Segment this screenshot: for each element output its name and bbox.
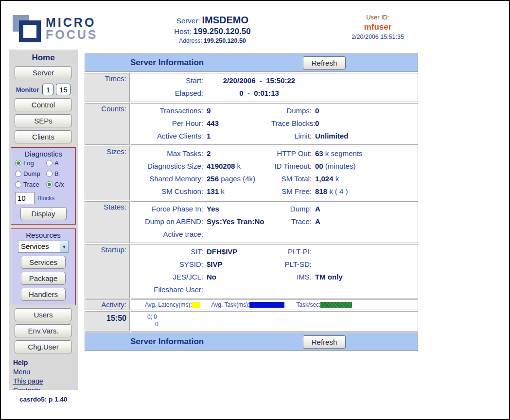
limit-label: Limit: — [271, 130, 312, 142]
radio-a[interactable]: A — [46, 159, 71, 167]
counts-label: Counts: — [85, 103, 130, 145]
chevron-down-icon[interactable]: ▼ — [60, 241, 68, 252]
help-block: Help Menu This page Contents — [13, 358, 78, 390]
app-window: MICRO FOCUS Server: IMSDEMO Host: 199.25… — [0, 0, 510, 420]
task-per-sec-bar — [320, 302, 352, 308]
micro-focus-logo-icon — [13, 14, 41, 43]
task-legend-bar — [249, 302, 284, 308]
diagnostics-panel: Diagnostics Log A Dump B Trace C/x Block… — [11, 147, 76, 225]
states-label: States: — [85, 201, 130, 243]
monitor-count-input[interactable] — [56, 84, 70, 95]
avg-task-label: Avg. Task(ms): — [211, 301, 249, 308]
max-tasks-value: 2 — [203, 147, 271, 160]
elapsed-label: Elapsed: — [131, 87, 203, 100]
envvars-button[interactable]: Env.Vars. — [15, 324, 72, 337]
http-out-value: 63 k segments — [312, 147, 418, 160]
force-phase-in-label: Force Phase In: — [131, 203, 203, 215]
radio-dump-icon[interactable] — [15, 171, 21, 177]
server-identity: Server: IMSDEMO Host: 199.250.120.50 Add… — [149, 15, 276, 44]
avg-latency-label: Avg. Latency(ms): — [145, 301, 192, 308]
version-text: casrdo5: p 1.40 — [19, 396, 67, 403]
page-title: Server Information — [130, 58, 204, 68]
help-link-menu[interactable]: Menu — [13, 368, 78, 377]
address-value: 199.250.120.50 — [204, 37, 246, 44]
resources-dropdown[interactable]: Services ▼ — [18, 241, 69, 253]
logo-word-focus: FOCUS — [46, 29, 98, 41]
seps-button[interactable]: SEPs — [15, 114, 72, 127]
control-button[interactable]: Control — [15, 98, 72, 111]
trace-blocks-label: Trace Blocks: — [271, 117, 312, 130]
activity-history-row: 15:50 0; 0 0 — [85, 311, 418, 332]
chguser-button[interactable]: Chg.User — [15, 340, 72, 353]
bottom-page-title: Server Information — [130, 337, 204, 347]
sm-free-label: SM Free: — [271, 185, 312, 198]
radio-b[interactable]: B — [46, 170, 71, 177]
sm-total-label: SM Total: — [271, 173, 312, 185]
active-clients-value: 1 — [203, 130, 271, 142]
http-out-label: HTTP Out: — [271, 147, 312, 160]
services-button[interactable]: Services — [21, 256, 66, 269]
id-timeout-value: 00 (minutes) — [312, 160, 418, 173]
dumps-value: 0 — [312, 105, 418, 117]
session-timestamp: 2/20/2006 15:51:35 — [332, 34, 424, 40]
monitor-interval-input[interactable] — [42, 84, 53, 95]
jes-jcl-value: No — [203, 271, 271, 283]
clients-button[interactable]: Clients — [15, 130, 72, 143]
radio-b-icon[interactable] — [46, 171, 53, 177]
id-timeout-label: ID Timeout: — [271, 160, 312, 173]
radio-log-icon[interactable] — [15, 160, 21, 166]
handlers-button[interactable]: Handlers — [21, 288, 66, 301]
trace-blocks-value: 0 — [312, 117, 418, 130]
blocks-input[interactable] — [15, 192, 35, 204]
server-label: Server: — [176, 17, 200, 25]
diagnostics-size-value: 4190208 k — [203, 160, 271, 173]
force-phase-in-value: Yes — [203, 203, 271, 215]
dump-state-value: A — [312, 203, 418, 215]
times-label: Times: — [85, 73, 130, 102]
display-button[interactable]: Display — [20, 207, 67, 220]
sm-free-value: 818 k ( 4 ) — [312, 185, 418, 198]
start-value: 2/20/2006 - 15:50:22 — [203, 74, 315, 87]
logo-word-micro: MICRO — [46, 17, 98, 29]
per-hour-value: 443 — [203, 117, 271, 130]
server-button[interactable]: Server — [15, 66, 72, 79]
radio-dump[interactable]: Dump — [15, 170, 46, 177]
sit-value: DFH$IVP — [203, 245, 271, 258]
per-hour-label: Per Hour: — [131, 117, 203, 130]
max-tasks-label: Max Tasks: — [131, 147, 203, 160]
startup-section: Startup: SIT: DFH$IVP PLT-PI: SYSID: $IV… — [85, 244, 418, 298]
sysid-value: $IVP — [203, 258, 271, 271]
plt-pi-value — [312, 245, 418, 258]
host-value: 199.250.120.50 — [193, 27, 251, 36]
shared-memory-value: 256 pages (4k) — [203, 173, 271, 185]
refresh-button[interactable]: Refresh — [303, 56, 346, 70]
help-link-this-page[interactable]: This page — [13, 377, 78, 386]
transactions-value: 9 — [203, 105, 271, 117]
elapsed-value: 0 - 0:01:13 — [203, 87, 315, 100]
jes-jcl-label: JES/JCL: — [131, 271, 203, 283]
help-link-contents[interactable]: Contents — [13, 386, 78, 390]
radio-cx-icon[interactable] — [46, 181, 53, 188]
server-name: IMSDEMO — [202, 15, 248, 25]
address-label: Address: — [179, 37, 202, 44]
radio-a-icon[interactable] — [46, 160, 53, 166]
sm-cushion-value: 131 k — [203, 185, 271, 198]
sidebar: Home Server Monitor Control SEPs Clients… — [9, 50, 78, 390]
ims-value: TM only — [312, 271, 418, 283]
bottom-refresh-button[interactable]: Refresh — [303, 335, 346, 349]
dumps-label: Dumps: — [271, 105, 312, 117]
radio-trace-icon[interactable] — [15, 181, 21, 188]
shared-memory-label: Shared Memory: — [131, 173, 203, 185]
home-link[interactable]: Home — [9, 53, 78, 63]
task-per-sec-label: Task/sec: — [296, 301, 320, 308]
radio-cx[interactable]: C/x — [46, 181, 71, 188]
ims-label: IMS: — [271, 271, 312, 283]
radio-trace[interactable]: Trace — [15, 181, 46, 188]
resources-dropdown-value: Services — [18, 241, 60, 252]
monitor-label: Monitor — [16, 86, 39, 93]
users-button[interactable]: Users — [15, 308, 72, 321]
sizes-label: Sizes: — [85, 146, 130, 200]
bottom-banner: Server Information Refresh — [85, 332, 418, 351]
package-button[interactable]: Package — [21, 272, 66, 285]
radio-log[interactable]: Log — [15, 159, 46, 167]
